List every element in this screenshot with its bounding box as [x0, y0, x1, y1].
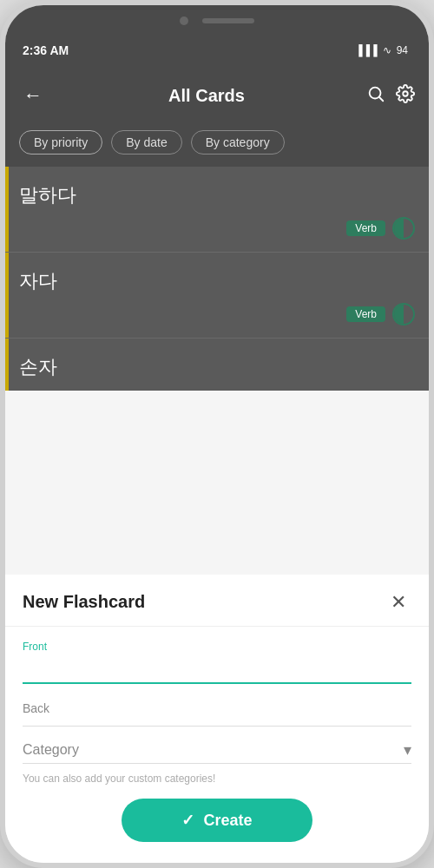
status-bar: 2:36 AM ▐▐▐ ∿ 94: [5, 31, 429, 69]
card-list: 말하다 Verb 자다 Verb 손자: [5, 167, 429, 391]
header-actions: [366, 84, 415, 108]
back-button[interactable]: ←: [19, 84, 47, 107]
back-field-group: Back: [23, 684, 411, 727]
speaker-notch: [202, 18, 254, 23]
battery-icon: 94: [397, 44, 408, 56]
status-icons: ▐▐▐ ∿ 94: [355, 44, 408, 56]
notch-area: [5, 5, 429, 31]
card-word: 손자: [19, 354, 415, 380]
modal-title: New Flashcard: [23, 592, 145, 612]
card-word: 자다: [19, 268, 415, 294]
signal-icon: ▐▐▐: [355, 44, 378, 56]
card-word: 말하다: [19, 182, 415, 208]
card-footer: Verb: [19, 303, 415, 326]
front-field-input[interactable]: [23, 656, 411, 679]
flashcard-item-partial[interactable]: 손자: [5, 339, 429, 391]
difficulty-icon[interactable]: [392, 217, 415, 240]
filter-chip-date[interactable]: By date: [111, 130, 181, 155]
category-select-group[interactable]: Category ▾: [23, 727, 411, 764]
back-field-label: Back: [23, 698, 411, 722]
svg-point-0: [370, 87, 381, 98]
form-section: Front Back Category ▾ You can also add y…: [5, 627, 429, 799]
status-time: 2:36 AM: [23, 43, 69, 57]
create-button-label: Create: [203, 812, 252, 830]
modal-close-button[interactable]: ✕: [385, 593, 411, 612]
phone-frame: 2:36 AM ▐▐▐ ∿ 94 ← All Cards: [0, 0, 434, 868]
modal-header: New Flashcard ✕: [5, 575, 429, 627]
new-flashcard-modal: New Flashcard ✕ Front Back Category ▾ Yo…: [5, 575, 429, 863]
helper-text: You can also add your custom categories!: [23, 764, 411, 799]
flashcard-item[interactable]: 말하다 Verb: [5, 167, 429, 253]
category-select-label: Category: [23, 742, 79, 758]
search-button[interactable]: [366, 84, 385, 108]
flashcard-item[interactable]: 자다 Verb: [5, 253, 429, 339]
svg-line-1: [379, 97, 383, 101]
filter-row: By priority By date By category: [5, 122, 429, 167]
page-title: All Cards: [57, 86, 356, 106]
app-header: ← All Cards: [5, 69, 429, 122]
svg-point-2: [403, 91, 408, 96]
tag-badge: Verb: [346, 306, 385, 322]
camera-notch: [180, 16, 188, 25]
filter-chip-priority[interactable]: By priority: [19, 130, 102, 155]
create-button[interactable]: ✓ Create: [122, 799, 312, 842]
front-field-label: Front: [23, 641, 411, 653]
tag-badge: Verb: [346, 220, 385, 236]
filter-chip-category[interactable]: By category: [191, 130, 285, 155]
wifi-icon: ∿: [383, 44, 391, 56]
difficulty-icon[interactable]: [392, 303, 415, 326]
dropdown-arrow-icon: ▾: [404, 740, 411, 760]
front-field-group: Front: [23, 627, 411, 684]
card-footer: Verb: [19, 217, 415, 240]
check-icon: ✓: [181, 811, 194, 830]
settings-button[interactable]: [396, 84, 415, 108]
